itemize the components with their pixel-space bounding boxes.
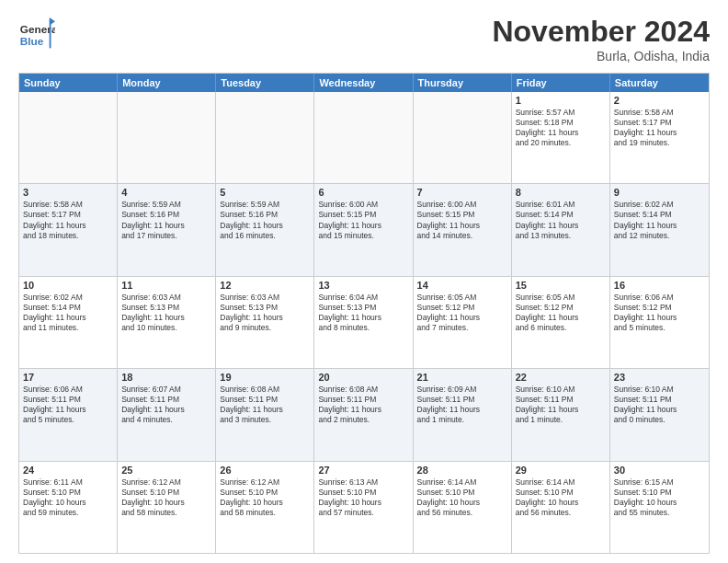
calendar-row-4: 17Sunrise: 6:06 AMSunset: 5:11 PMDayligh…	[19, 368, 709, 460]
day-info: Sunrise: 6:05 AMSunset: 5:12 PMDaylight:…	[516, 293, 606, 333]
day-cell-1: 1Sunrise: 5:57 AMSunset: 5:18 PMDaylight…	[512, 92, 610, 183]
day-number: 20	[318, 372, 408, 383]
weekday-header-saturday: Saturday	[610, 74, 709, 92]
day-number: 14	[417, 280, 507, 291]
day-info: Sunrise: 6:01 AMSunset: 5:14 PMDaylight:…	[516, 200, 606, 240]
day-info: Sunrise: 6:12 AMSunset: 5:10 PMDaylight:…	[121, 477, 211, 518]
logo-icon: General Blue	[18, 15, 55, 52]
day-number: 25	[121, 465, 211, 476]
day-number: 11	[121, 280, 211, 291]
day-cell-30: 30Sunrise: 6:15 AMSunset: 5:10 PMDayligh…	[610, 462, 709, 553]
day-info: Sunrise: 6:12 AMSunset: 5:10 PMDaylight:…	[220, 477, 310, 518]
day-cell-28: 28Sunrise: 6:14 AMSunset: 5:10 PMDayligh…	[414, 462, 512, 553]
calendar-body: 1Sunrise: 5:57 AMSunset: 5:18 PMDaylight…	[19, 92, 709, 553]
calendar-row-1: 1Sunrise: 5:57 AMSunset: 5:18 PMDaylight…	[19, 92, 709, 183]
day-info: Sunrise: 6:04 AMSunset: 5:13 PMDaylight:…	[318, 293, 408, 333]
day-cell-3: 3Sunrise: 5:58 AMSunset: 5:17 PMDaylight…	[19, 184, 118, 275]
day-cell-8: 8Sunrise: 6:01 AMSunset: 5:14 PMDaylight…	[512, 184, 610, 275]
header: General Blue November 2024 Burla, Odisha…	[18, 15, 710, 63]
day-number: 30	[614, 465, 705, 476]
day-cell-5: 5Sunrise: 5:59 AMSunset: 5:16 PMDaylight…	[216, 184, 314, 275]
day-info: Sunrise: 6:05 AMSunset: 5:12 PMDaylight:…	[417, 293, 507, 333]
day-info: Sunrise: 6:06 AMSunset: 5:11 PMDaylight:…	[23, 385, 113, 425]
day-number: 5	[220, 187, 310, 198]
day-cell-12: 12Sunrise: 6:03 AMSunset: 5:13 PMDayligh…	[216, 277, 314, 368]
day-number: 13	[318, 280, 408, 291]
day-cell-22: 22Sunrise: 6:10 AMSunset: 5:11 PMDayligh…	[512, 369, 610, 460]
day-number: 6	[318, 187, 408, 198]
day-cell-25: 25Sunrise: 6:12 AMSunset: 5:10 PMDayligh…	[118, 462, 216, 553]
day-info: Sunrise: 6:09 AMSunset: 5:11 PMDaylight:…	[417, 385, 507, 425]
day-number: 28	[417, 465, 507, 476]
day-number: 2	[614, 95, 705, 106]
weekday-header-thursday: Thursday	[414, 74, 512, 92]
weekday-header-sunday: Sunday	[19, 74, 118, 92]
calendar-row-3: 10Sunrise: 6:02 AMSunset: 5:14 PMDayligh…	[19, 276, 709, 368]
page: General Blue November 2024 Burla, Odisha…	[0, 0, 728, 563]
day-info: Sunrise: 6:08 AMSunset: 5:11 PMDaylight:…	[220, 385, 310, 425]
day-cell-10: 10Sunrise: 6:02 AMSunset: 5:14 PMDayligh…	[19, 277, 118, 368]
day-number: 7	[417, 187, 507, 198]
day-cell-23: 23Sunrise: 6:10 AMSunset: 5:11 PMDayligh…	[610, 369, 709, 460]
day-info: Sunrise: 6:03 AMSunset: 5:13 PMDaylight:…	[121, 293, 211, 333]
day-info: Sunrise: 6:08 AMSunset: 5:11 PMDaylight:…	[318, 385, 408, 425]
day-info: Sunrise: 6:13 AMSunset: 5:10 PMDaylight:…	[318, 477, 408, 518]
empty-cell	[314, 92, 413, 183]
day-number: 17	[23, 372, 113, 383]
day-number: 23	[614, 372, 705, 383]
day-cell-21: 21Sunrise: 6:09 AMSunset: 5:11 PMDayligh…	[414, 369, 512, 460]
day-info: Sunrise: 5:58 AMSunset: 5:17 PMDaylight:…	[614, 108, 705, 148]
day-number: 9	[614, 187, 705, 198]
day-info: Sunrise: 6:11 AMSunset: 5:10 PMDaylight:…	[23, 477, 113, 518]
day-number: 8	[516, 187, 606, 198]
day-number: 4	[121, 187, 211, 198]
day-info: Sunrise: 6:02 AMSunset: 5:14 PMDaylight:…	[614, 200, 705, 240]
day-cell-27: 27Sunrise: 6:13 AMSunset: 5:10 PMDayligh…	[314, 462, 413, 553]
day-number: 15	[516, 280, 606, 291]
day-info: Sunrise: 6:00 AMSunset: 5:15 PMDaylight:…	[318, 200, 408, 240]
day-number: 3	[23, 187, 113, 198]
day-info: Sunrise: 6:03 AMSunset: 5:13 PMDaylight:…	[220, 293, 310, 333]
day-number: 10	[23, 280, 113, 291]
day-info: Sunrise: 6:10 AMSunset: 5:11 PMDaylight:…	[614, 385, 705, 425]
day-cell-24: 24Sunrise: 6:11 AMSunset: 5:10 PMDayligh…	[19, 462, 118, 553]
location: Burla, Odisha, India	[492, 49, 710, 63]
weekday-header-friday: Friday	[512, 74, 610, 92]
day-number: 22	[516, 372, 606, 383]
day-cell-16: 16Sunrise: 6:06 AMSunset: 5:12 PMDayligh…	[610, 277, 709, 368]
day-info: Sunrise: 6:14 AMSunset: 5:10 PMDaylight:…	[417, 477, 507, 518]
empty-cell	[414, 92, 512, 183]
day-number: 29	[516, 465, 606, 476]
day-info: Sunrise: 6:14 AMSunset: 5:10 PMDaylight:…	[516, 477, 606, 518]
empty-cell	[19, 92, 118, 183]
day-info: Sunrise: 5:59 AMSunset: 5:16 PMDaylight:…	[220, 200, 310, 240]
day-info: Sunrise: 6:10 AMSunset: 5:11 PMDaylight:…	[516, 385, 606, 425]
day-cell-13: 13Sunrise: 6:04 AMSunset: 5:13 PMDayligh…	[314, 277, 413, 368]
day-cell-15: 15Sunrise: 6:05 AMSunset: 5:12 PMDayligh…	[512, 277, 610, 368]
day-info: Sunrise: 6:07 AMSunset: 5:11 PMDaylight:…	[121, 385, 211, 425]
day-number: 16	[614, 280, 705, 291]
weekday-header-wednesday: Wednesday	[314, 74, 413, 92]
day-info: Sunrise: 5:59 AMSunset: 5:16 PMDaylight:…	[121, 200, 211, 240]
svg-text:Blue: Blue	[20, 35, 44, 48]
calendar-header: SundayMondayTuesdayWednesdayThursdayFrid…	[19, 74, 709, 92]
empty-cell	[118, 92, 216, 183]
day-number: 1	[516, 95, 606, 106]
day-cell-20: 20Sunrise: 6:08 AMSunset: 5:11 PMDayligh…	[314, 369, 413, 460]
day-cell-11: 11Sunrise: 6:03 AMSunset: 5:13 PMDayligh…	[118, 277, 216, 368]
calendar-row-5: 24Sunrise: 6:11 AMSunset: 5:10 PMDayligh…	[19, 461, 709, 553]
day-info: Sunrise: 5:57 AMSunset: 5:18 PMDaylight:…	[516, 108, 606, 148]
calendar: SundayMondayTuesdayWednesdayThursdayFrid…	[18, 73, 710, 554]
day-number: 19	[220, 372, 310, 383]
day-cell-4: 4Sunrise: 5:59 AMSunset: 5:16 PMDaylight…	[118, 184, 216, 275]
day-number: 26	[220, 465, 310, 476]
day-info: Sunrise: 6:06 AMSunset: 5:12 PMDaylight:…	[614, 293, 705, 333]
day-number: 21	[417, 372, 507, 383]
day-number: 27	[318, 465, 408, 476]
title-block: November 2024 Burla, Odisha, India	[492, 15, 710, 63]
day-cell-9: 9Sunrise: 6:02 AMSunset: 5:14 PMDaylight…	[610, 184, 709, 275]
day-info: Sunrise: 5:58 AMSunset: 5:17 PMDaylight:…	[23, 200, 113, 240]
month-title: November 2024	[492, 15, 710, 49]
day-cell-2: 2Sunrise: 5:58 AMSunset: 5:17 PMDaylight…	[610, 92, 709, 183]
weekday-header-tuesday: Tuesday	[216, 74, 314, 92]
